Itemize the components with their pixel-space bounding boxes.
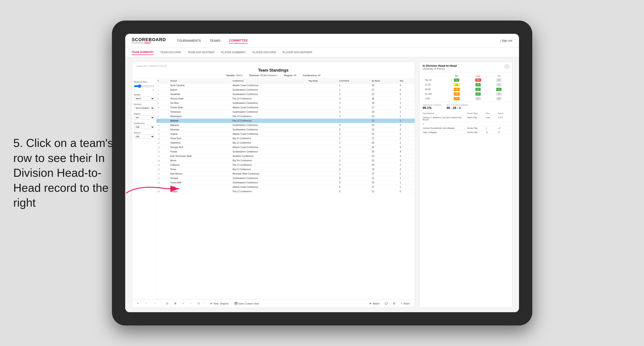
minus-btn[interactable]: − (189, 302, 193, 306)
h2h-win-val: 11 (446, 82, 468, 87)
cell-school: Alabama (169, 123, 231, 128)
table-row[interactable]: 17 East Tennessee State Southern Confere… (156, 154, 415, 159)
subnav-team-h2h-grid[interactable]: TEAM H2H GRID (160, 50, 181, 55)
timer-btn[interactable]: ⏱ (196, 302, 201, 306)
cell-no-rnds: 21 (370, 176, 398, 180)
table-row[interactable]: 6 Florida State Atlantic Coast Conferenc… (156, 105, 415, 110)
forward-btn[interactable]: → (152, 302, 158, 306)
h2h-col-range (423, 74, 446, 78)
nav-tournaments[interactable]: TOURNAMENTS (177, 38, 201, 43)
tablet-device: SCOREBOARD Powered by clippd TOURNAMENTS… (112, 20, 532, 326)
gender-select[interactable]: Men's (134, 97, 154, 101)
share-btn[interactable]: ↗ Share (399, 301, 411, 306)
table-row[interactable]: 25 Oregon Pac-12 Conference 5 21 0 (156, 189, 415, 194)
table-row[interactable]: 19 California Pac-12 Conference 4 24 2 (156, 163, 415, 167)
cell-num: 19 (156, 163, 169, 167)
table-row[interactable]: 22 Georgia Southeastern Conference 8 21 … (156, 176, 415, 180)
grid-btn[interactable]: ⊞ (392, 301, 396, 306)
table-row[interactable]: 15 Georgia Tech Atlantic Coast Conferenc… (156, 145, 415, 150)
cell-no-rnds: 23 (370, 92, 398, 97)
h2h-table-container: Win Loss Tie Top 10 3 13 0 11-25 (420, 72, 512, 101)
table-row[interactable]: 4 Arizona State Pac-12 Conference 4 26 1 (156, 97, 415, 101)
table-row[interactable]: 14 Oklahoma Big 12 Conference 2 26 2 (156, 141, 415, 145)
add-btn[interactable]: + (181, 302, 185, 306)
save-custom-btn[interactable]: 💾 Save Custom View (233, 301, 260, 306)
cell-reg-rank (307, 167, 338, 172)
filter-region: Region N/A (134, 113, 154, 120)
school-select[interactable]: (All) (134, 135, 154, 139)
region-select[interactable]: N/A (134, 116, 154, 120)
cell-reg-rank (307, 114, 338, 119)
h2h-row: Top 10 3 13 0 (423, 78, 509, 82)
cell-school: Arizona State (169, 97, 231, 101)
cell-no-rnds: 27 (370, 185, 398, 189)
min-rou-slider[interactable] (134, 84, 154, 89)
cell-num: 7 (156, 110, 169, 114)
cell-conference: Southeastern Conference (231, 110, 307, 114)
nav-committee[interactable]: COMMITTEE (229, 38, 248, 43)
h2h-close-btn[interactable]: ✕ (505, 64, 509, 68)
conference-select[interactable]: (All) (134, 125, 154, 129)
tourney-name: Cabo Collegiate (423, 131, 466, 134)
table-row[interactable]: 7 Tennessee Southeastern Conference 4 18… (156, 110, 415, 114)
h2h-range: 11-25 (423, 82, 446, 87)
table-row[interactable]: 2 Auburn Southeastern Conference 1 27 6 (156, 88, 415, 92)
watch-btn[interactable]: 👁 Watch (368, 301, 381, 306)
subnav-team-summary[interactable]: TEAM SUMMARY (132, 50, 154, 55)
tourney-score: 2-3-0 (498, 116, 509, 121)
table-row[interactable]: 13 Texas Tech Big 12 Conference 1 27 2 (156, 136, 415, 141)
table-row[interactable]: 24 Duke Atlantic Coast Conference 5 27 1 (156, 185, 415, 189)
tourney-score: 17 (498, 131, 509, 134)
copy-btn[interactable]: ⊡ (165, 301, 170, 306)
table-row[interactable]: 8 Washington Pac-12 Conference 2 23 1 (156, 114, 415, 119)
back-btn[interactable]: ← (144, 302, 149, 306)
h2h-loss-val: 8 (468, 82, 489, 87)
subnav-player-h2h-heatmap[interactable]: PLAYER H2H HEATMAP (283, 50, 312, 55)
nav-teams[interactable]: TEAMS (210, 38, 220, 43)
cell-win: 0 (398, 105, 414, 110)
subnav-team-h2h-heatmap[interactable]: TEAM H2H HEATMAP (188, 50, 214, 55)
cell-conference: Big 12 Conference (231, 136, 307, 141)
table-row[interactable]: 20 Texas Big 12 Conference 3 26 2 (156, 167, 415, 172)
cell-reg-rank (307, 88, 338, 92)
cell-conference: Mountain West Conference (231, 172, 307, 176)
table-row[interactable]: 1 North Carolina Atlantic Coast Conferen… (156, 83, 415, 88)
subnav-player-h2h-grid[interactable]: PLAYER H2H GRID (252, 50, 276, 55)
table-row[interactable]: 11 Arkansas Southeastern Conference 6 22… (156, 128, 415, 132)
view-original-btn[interactable]: 👁 View: Original (208, 302, 230, 306)
table-row[interactable]: 12 Virginia Atlantic Coast Conference 3 … (156, 132, 415, 136)
table-row[interactable]: 18 Illinois Big Ten Conference 1 23 3 (156, 159, 415, 163)
table-row[interactable]: 9 Arizona Pac-12 Conference 23 2 (156, 119, 415, 123)
table-row[interactable]: 3 Vanderbilt Southeastern Conference 2 2… (156, 92, 415, 97)
table-row[interactable]: 10 Alabama Southeastern Conference 5 23 … (156, 123, 415, 128)
cell-school: Georgia Tech (169, 145, 231, 150)
col-reg-rank: Reg Rank (307, 79, 338, 83)
opponents-stat: Opponents in division: 99.1% (423, 104, 442, 110)
cell-no-rnds: 27 (370, 172, 398, 176)
table-row[interactable]: 21 New Mexico Mountain West Conference 1… (156, 172, 415, 176)
table-row[interactable]: 5 Ole Miss Southeastern Conference 3 18 … (156, 101, 415, 105)
sign-out[interactable]: | Sign out (500, 39, 512, 42)
tourney-pos: Loss (486, 116, 497, 121)
h2h-col-loss: Loss (468, 74, 489, 78)
cell-conference: Pac-12 Conference (231, 97, 307, 101)
cell-conf-rank: 3 (338, 167, 370, 172)
h2h-tie-val: 0 (489, 78, 509, 82)
h2h-col-tie: Tie (489, 74, 509, 78)
subnav-player-summary[interactable]: PLAYER SUMMARY (221, 50, 246, 55)
cell-reg-rank (307, 97, 338, 101)
h2h-title: In Division Head-to-Head (423, 64, 457, 67)
undo-btn[interactable]: ↩ (136, 301, 140, 306)
cell-win: 1 (398, 101, 414, 105)
cell-reg-rank (307, 150, 338, 154)
division-select[interactable]: NCAA Division I (134, 106, 154, 110)
table-row[interactable]: 16 Florida Southeastern Conference 7 24 … (156, 150, 415, 154)
comment-btn[interactable]: 💬 (384, 301, 389, 306)
table-row[interactable]: 23 Texas A&M Southeastern Conference 9 2… (156, 180, 415, 185)
cell-no-rnds: 23 (370, 83, 398, 88)
cell-win: 2 (398, 119, 414, 123)
paste-btn[interactable]: ⊞ (173, 301, 178, 306)
cell-conf-rank: 5 (338, 189, 370, 194)
cell-reg-rank (307, 172, 338, 176)
cell-no-rnds: 17 (370, 105, 398, 110)
